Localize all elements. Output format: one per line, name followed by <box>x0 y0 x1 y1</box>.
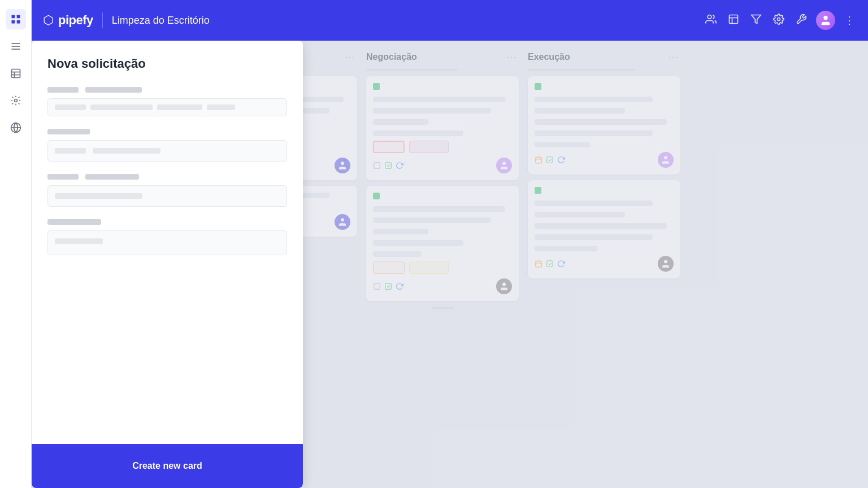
svg-rect-7 <box>11 69 20 78</box>
column-progress-execucao <box>528 69 680 71</box>
sidebar-item-grid[interactable] <box>6 9 26 29</box>
svg-rect-0 <box>11 15 15 19</box>
card-icon-cal-exec2[interactable] <box>535 260 542 268</box>
card-line-1 <box>373 206 505 212</box>
import-icon[interactable] <box>726 11 741 30</box>
card-icon-check-neg2[interactable] <box>384 282 392 290</box>
wrench-icon[interactable] <box>793 11 809 30</box>
avatar-img <box>496 158 512 173</box>
form-group-2 <box>47 127 287 162</box>
board-title: Limpeza do Escritório <box>112 15 210 27</box>
svg-point-47 <box>664 260 667 263</box>
form-group-3 <box>47 172 287 207</box>
card-line-5 <box>535 246 597 251</box>
form-input-1[interactable] <box>47 98 287 116</box>
card-footer-exec-1 <box>535 152 674 168</box>
card-badge-neg2-1 <box>373 262 405 274</box>
card-line-2 <box>535 212 625 217</box>
form-label-3 <box>47 172 287 182</box>
card-icons-neg-1 <box>373 162 403 169</box>
scroll-hint-neg <box>431 307 454 309</box>
svg-point-35 <box>502 282 506 286</box>
card-icon-box-neg[interactable] <box>373 162 381 169</box>
board-area: Avaliação + ⋯ <box>32 41 868 488</box>
card-icon-cal-exec[interactable] <box>535 156 542 164</box>
column-actions-cota: ⋯ <box>342 50 357 64</box>
card-tag-green-exec-2 <box>535 187 541 194</box>
card-icon-refresh-exec[interactable] <box>557 156 565 164</box>
card-icon-refresh-exec2[interactable] <box>557 260 565 268</box>
card-footer-neg-1 <box>373 158 512 173</box>
filter-icon[interactable] <box>748 11 764 30</box>
card-negociacao-2 <box>366 186 519 301</box>
svg-rect-2 <box>11 20 15 24</box>
card-icon-refresh-neg2[interactable] <box>396 282 403 290</box>
card-line-4 <box>535 234 653 240</box>
column-more-button-execucao[interactable]: ⋯ <box>666 50 680 64</box>
svg-rect-30 <box>374 163 380 169</box>
settings-icon[interactable] <box>771 11 787 30</box>
card-icon-refresh-neg[interactable] <box>396 162 403 169</box>
form-label-2 <box>47 127 287 137</box>
form-input-2[interactable] <box>47 140 287 162</box>
avatar-img <box>658 256 674 272</box>
modal-footer: Create new card <box>32 444 303 488</box>
card-line-4 <box>373 130 463 136</box>
sidebar-item-table[interactable] <box>6 63 26 84</box>
column-header-negociacao: Negociação ⋯ <box>366 50 519 64</box>
svg-point-29 <box>341 218 344 221</box>
card-icon-box-neg2[interactable] <box>373 282 381 290</box>
card-line-3 <box>535 223 667 229</box>
avatar-img <box>335 214 350 230</box>
user-avatar[interactable] <box>816 11 835 30</box>
card-tags-exec-2 <box>535 187 674 197</box>
card-line-1 <box>535 97 653 102</box>
card-avatar-exec-1 <box>658 152 674 168</box>
more-options-icon[interactable]: ⋮ <box>842 12 857 29</box>
card-execucao-2 <box>528 180 680 278</box>
card-icons-neg-2 <box>373 282 403 290</box>
form-input-4[interactable] <box>47 230 287 255</box>
card-line-1 <box>373 97 505 102</box>
card-line-2 <box>373 217 491 223</box>
people-icon[interactable] <box>703 11 719 30</box>
svg-point-41 <box>664 156 667 159</box>
modal-body: Nova solicitação <box>32 41 303 444</box>
svg-point-32 <box>502 162 506 165</box>
svg-rect-1 <box>16 15 20 19</box>
card-tag-green <box>373 83 380 90</box>
svg-point-18 <box>823 16 827 20</box>
card-icon-check-exec2[interactable] <box>546 260 554 268</box>
header: ⬡ pipefy Limpeza do Escritório <box>32 0 868 41</box>
svg-rect-40 <box>547 157 553 163</box>
column-actions-negociacao: ⋯ <box>504 50 519 64</box>
column-execucao: Execução ⋯ <box>528 50 680 284</box>
card-icon-check-exec[interactable] <box>546 156 554 164</box>
card-badge-neg-2 <box>409 141 449 153</box>
column-title-execucao: Execução <box>528 52 570 62</box>
card-line-1 <box>535 201 653 206</box>
sidebar <box>0 0 32 488</box>
card-footer-neg-2 <box>373 278 512 294</box>
sidebar-item-automation[interactable] <box>6 90 26 111</box>
column-more-button-cota[interactable]: ⋯ <box>342 50 357 64</box>
form-input-3[interactable] <box>47 185 287 207</box>
sidebar-item-globe[interactable] <box>6 117 26 138</box>
svg-rect-3 <box>16 20 20 24</box>
column-header-execucao: Execução ⋯ <box>528 50 680 64</box>
column-more-button-negociacao[interactable]: ⋯ <box>504 50 519 64</box>
svg-point-14 <box>708 15 711 19</box>
card-line-4 <box>535 130 653 136</box>
logo-text: pipefy <box>58 13 93 28</box>
svg-point-27 <box>341 162 344 165</box>
card-avatar-cota-1 <box>335 158 350 173</box>
sidebar-item-list[interactable] <box>6 36 26 56</box>
form-label-1 <box>47 85 287 95</box>
card-tag-green-2 <box>373 193 380 199</box>
create-new-card-button[interactable]: Create new card <box>47 453 287 479</box>
svg-rect-46 <box>547 261 553 267</box>
card-icon-check-neg[interactable] <box>384 162 392 169</box>
card-line-4 <box>373 240 463 246</box>
avatar-img <box>658 152 674 168</box>
card-line-2 <box>535 108 625 114</box>
